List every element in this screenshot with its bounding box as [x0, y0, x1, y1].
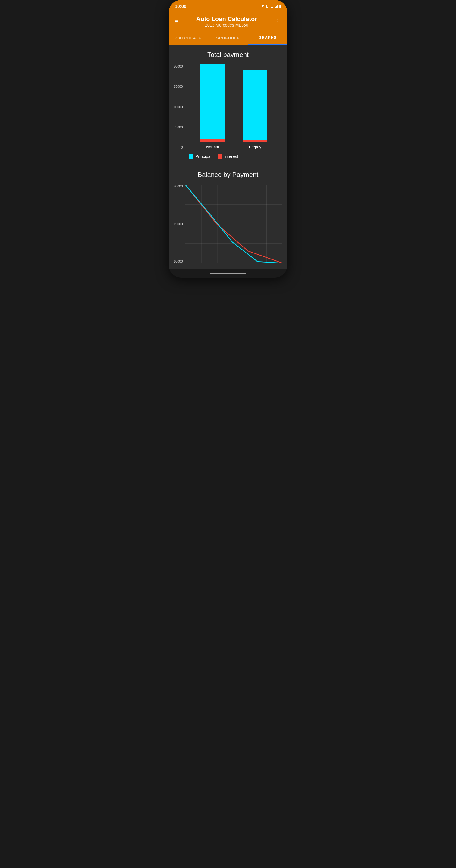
- legend-interest-label: Interest: [224, 154, 238, 159]
- line-chart-svg: [185, 185, 282, 263]
- y-label-5000: 5000: [175, 126, 183, 129]
- legend-interest-color: [218, 154, 222, 159]
- balance-chart-title: Balance by Payment: [174, 171, 282, 179]
- lte-label: LTE: [266, 4, 273, 8]
- app-bar-title: Auto Loan Calculator: [180, 16, 273, 23]
- line-y-20000: 20000: [174, 185, 183, 188]
- tab-graphs[interactable]: GRAPHS: [248, 31, 287, 45]
- legend-interest: Interest: [218, 154, 238, 159]
- bar-stack-prepay: [243, 70, 267, 142]
- bars-area: Normal Prepay: [185, 65, 282, 149]
- bar-group-prepay: Prepay: [243, 70, 267, 149]
- tab-calculate[interactable]: CALCULATE: [169, 32, 208, 44]
- app-bar: ≡ Auto Loan Calculator 2013 Mercedes ML3…: [169, 12, 287, 31]
- status-icons: ▼ LTE ◢ ▮: [261, 4, 281, 8]
- line-y-10000: 10000: [174, 260, 183, 263]
- home-indicator-bar: [169, 269, 287, 278]
- bar-prepay-interest: [243, 140, 267, 142]
- status-bar: 10:00 ▼ LTE ◢ ▮: [169, 0, 287, 12]
- app-bar-center: Auto Loan Calculator 2013 Mercedes ML350: [180, 16, 273, 27]
- tabs-bar: CALCULATE SCHEDULE GRAPHS: [169, 31, 287, 45]
- phone-frame: 10:00 ▼ LTE ◢ ▮ ≡ Auto Loan Calculator 2…: [169, 0, 287, 278]
- home-indicator: [210, 273, 246, 274]
- bar-label-prepay: Prepay: [249, 145, 261, 149]
- bar-normal-principal: [201, 64, 224, 138]
- chart-legend: Principal Interest: [174, 154, 282, 159]
- line-chart-wrapper: 20000 15000 10000: [174, 185, 282, 263]
- legend-principal-label: Principal: [195, 154, 212, 159]
- bar-prepay-principal: [243, 70, 267, 140]
- y-label-20000: 20000: [174, 65, 183, 68]
- bar-label-normal: Normal: [206, 145, 219, 149]
- bar-chart-plot: Normal Prepay: [185, 65, 282, 149]
- status-time: 10:00: [175, 4, 186, 9]
- y-label-0: 0: [181, 146, 183, 149]
- signal-icon: ◢: [275, 4, 278, 8]
- more-icon[interactable]: ⋮: [273, 17, 282, 27]
- legend-principal: Principal: [189, 154, 212, 159]
- tab-schedule[interactable]: SCHEDULE: [208, 32, 248, 44]
- total-payment-section: Total payment 20000 15000 10000 5000 0: [169, 45, 287, 165]
- content: Total payment 20000 15000 10000 5000 0: [169, 45, 287, 269]
- total-payment-title: Total payment: [174, 51, 282, 59]
- balance-chart-section: Balance by Payment 20000 15000 10000: [169, 165, 287, 269]
- battery-icon: ▮: [279, 4, 281, 8]
- line-chart-plot: [185, 185, 282, 263]
- y-label-15000: 15000: [174, 85, 183, 88]
- menu-icon[interactable]: ≡: [174, 17, 180, 27]
- wifi-icon: ▼: [261, 4, 265, 8]
- bar-normal-interest: [201, 138, 224, 142]
- line-chart-y-axis: 20000 15000 10000: [174, 185, 185, 263]
- bar-group-normal: Normal: [201, 64, 224, 149]
- bar-chart-y-axis: 20000 15000 10000 5000 0: [174, 65, 185, 149]
- legend-principal-color: [189, 154, 193, 159]
- app-bar-subtitle: 2013 Mercedes ML350: [180, 23, 273, 27]
- bar-chart-container: 20000 15000 10000 5000 0: [174, 65, 282, 149]
- bar-stack-normal: [201, 64, 224, 142]
- line-y-15000: 15000: [174, 222, 183, 226]
- y-label-10000: 10000: [174, 105, 183, 109]
